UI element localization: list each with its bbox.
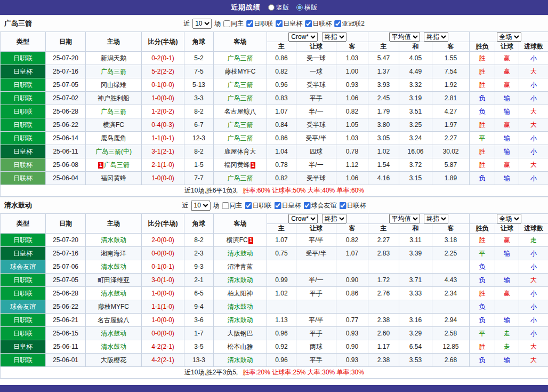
same-venue-filter[interactable]: 同主 <box>222 201 243 210</box>
average-select[interactable]: 平均值 <box>389 214 420 223</box>
avg-home-odds <box>368 260 399 274</box>
away-team-link[interactable]: 广岛三箭 <box>228 81 253 89</box>
league-filter-4[interactable]: 日联杯 <box>340 201 366 210</box>
home-team-link[interactable]: 湘南海洋 <box>101 250 126 257</box>
home-team-link[interactable]: 横滨FC <box>103 121 124 129</box>
horizontal-layout-radio[interactable] <box>296 4 303 11</box>
away-team-link[interactable]: 福冈黄蜂 <box>224 161 250 169</box>
away-team-link[interactable]: 柏太阳神 <box>228 290 253 297</box>
match-score: 5-2(2-2) <box>142 65 184 78</box>
result-outcome: 胜 <box>470 234 495 247</box>
away-team-link[interactable]: 清水鼓动 <box>228 303 253 310</box>
match-row: 日联杯 25-06-08 1广岛三箭 2-1(1-0) 1-5 福冈黄蜂1 0.… <box>1 158 548 172</box>
home-team-link[interactable]: 大阪樱花 <box>101 356 126 364</box>
away-team-link[interactable]: 广岛三箭 <box>228 94 253 102</box>
home-team-link[interactable]: 清水鼓动 <box>101 330 126 337</box>
result-handicap <box>495 260 519 274</box>
home-team-link[interactable]: 广岛三箭 <box>104 161 130 169</box>
home-team-link[interactable]: 町田泽维亚 <box>98 276 130 284</box>
home-team-link[interactable]: 福冈黄蜂 <box>101 174 126 182</box>
final-index-select-2[interactable]: 终指 <box>424 32 448 42</box>
bookmaker-select[interactable]: Crow* <box>288 214 318 223</box>
team-name: 清水鼓动 <box>0 201 32 210</box>
corner-count: 3-6 <box>184 314 214 327</box>
layout-option-vertical[interactable]: 竖版 <box>268 3 289 12</box>
league-checkbox[interactable] <box>245 202 252 209</box>
match-date: 25-06-22 <box>46 300 86 314</box>
same-venue-checkbox[interactable] <box>222 202 229 209</box>
away-team-link[interactable]: 广岛三箭 <box>228 54 253 62</box>
final-index-select-2[interactable]: 终指 <box>424 214 448 223</box>
league-checkbox[interactable] <box>340 202 346 209</box>
result-handicap: 输 <box>495 354 519 367</box>
match-count-select[interactable]: 10 <box>192 19 212 29</box>
away-team-link[interactable]: 横滨FC <box>227 236 248 244</box>
handicap-away-odds: 0.93 <box>336 327 368 340</box>
away-card-badge: 1 <box>251 162 256 169</box>
league-filter-3[interactable]: 球会友谊 <box>304 201 337 210</box>
corner-count: 8-2 <box>184 105 214 118</box>
away-team-link[interactable]: 藤枝MYFC <box>225 68 256 75</box>
home-team-link[interactable]: 清水鼓动 <box>101 290 126 297</box>
home-team-link[interactable]: 广岛三箭 <box>101 68 126 75</box>
summary-stats: 胜率:20% 让球率:25% 大率:30% 单率:30% <box>243 369 364 376</box>
away-team-link[interactable]: 名古屋鲸八 <box>224 108 256 115</box>
away-team-link[interactable]: 鹿屋体育大 <box>224 148 256 155</box>
vertical-layout-radio[interactable] <box>268 4 275 11</box>
away-team-link[interactable]: 清水鼓动 <box>228 250 253 257</box>
home-team-link[interactable]: 广岛三箭 <box>101 108 126 115</box>
bookmaker-select[interactable]: Crow* <box>288 32 318 42</box>
home-team-link[interactable]: 清水鼓动 <box>101 343 126 350</box>
away-team-link[interactable]: 大阪钢巴 <box>228 330 253 337</box>
home-team-link[interactable]: 广岛三箭(中) <box>95 148 132 155</box>
away-team-link[interactable]: 清水鼓动 <box>228 276 253 284</box>
handicap-line <box>296 300 336 314</box>
away-team-link[interactable]: 松本山雅 <box>228 343 253 350</box>
final-index-select[interactable]: 终指 <box>322 32 346 42</box>
same-venue-filter[interactable]: 同主 <box>223 19 244 28</box>
filter-bar: 近 10 场 同主 日职联 日皇杯 球会友谊 日联杯 <box>182 201 366 211</box>
handicap-home-odds: 0.86 <box>267 52 296 65</box>
league-checkbox[interactable] <box>334 20 341 27</box>
league-filter-1[interactable]: 日职联 <box>246 19 273 28</box>
same-venue-checkbox[interactable] <box>223 20 230 27</box>
home-team-link[interactable]: 神户胜利船 <box>98 94 130 102</box>
layout-option-horizontal[interactable]: 横版 <box>296 3 317 12</box>
home-team-link[interactable]: 清水鼓动 <box>101 263 126 270</box>
away-team-link[interactable]: 广岛三箭 <box>228 134 253 142</box>
home-team-link[interactable]: 鹿岛鹿角 <box>101 134 126 142</box>
away-team-link[interactable]: 清水鼓动 <box>228 356 253 364</box>
league-filter-2[interactable]: 日皇杯 <box>276 19 302 28</box>
match-count-select[interactable]: 10 <box>191 201 211 211</box>
league-checkbox[interactable] <box>275 202 281 209</box>
corner-count: 7-7 <box>184 172 214 185</box>
league-checkbox[interactable] <box>304 202 311 209</box>
league-filter-3[interactable]: 日联杯 <box>305 19 332 28</box>
full-time-select[interactable]: 全场 <box>497 32 521 42</box>
handicap-line: 平/半 <box>296 314 336 327</box>
avg-home-odds: 2.60 <box>368 327 399 340</box>
match-score: 1-0(0-0) <box>142 287 184 300</box>
league-checkbox[interactable] <box>305 20 312 27</box>
home-team-link[interactable]: 名古屋鲸八 <box>98 316 130 324</box>
avg-home-odds <box>368 300 399 314</box>
away-team-link[interactable]: 清水鼓动 <box>228 316 253 324</box>
home-team-link[interactable]: 藤枝MYFC <box>98 303 129 310</box>
final-index-select[interactable]: 终指 <box>322 214 346 223</box>
home-team-link[interactable]: 新潟天鹅 <box>101 54 126 62</box>
home-team-link[interactable]: 冈山绿雉 <box>101 81 126 89</box>
league-filter-4[interactable]: 亚冠联2 <box>334 19 365 28</box>
away-team-link[interactable]: 沼津青蓝 <box>228 263 253 270</box>
col-avg-draw: 和 <box>399 224 432 234</box>
league-checkbox[interactable] <box>246 20 253 27</box>
away-team-link[interactable]: 广岛三箭 <box>228 121 253 129</box>
avg-draw-odds: 3.33 <box>399 287 432 300</box>
full-time-select[interactable]: 全场 <box>497 214 521 223</box>
league-filter-2[interactable]: 日皇杯 <box>275 201 301 210</box>
average-select[interactable]: 平均值 <box>389 32 420 42</box>
away-team-link[interactable]: 广岛三箭 <box>228 174 253 182</box>
league-checkbox[interactable] <box>276 20 283 27</box>
match-date: 25-06-11 <box>46 340 86 354</box>
league-filter-1[interactable]: 日职联 <box>245 201 272 210</box>
home-team-link[interactable]: 清水鼓动 <box>101 236 126 244</box>
